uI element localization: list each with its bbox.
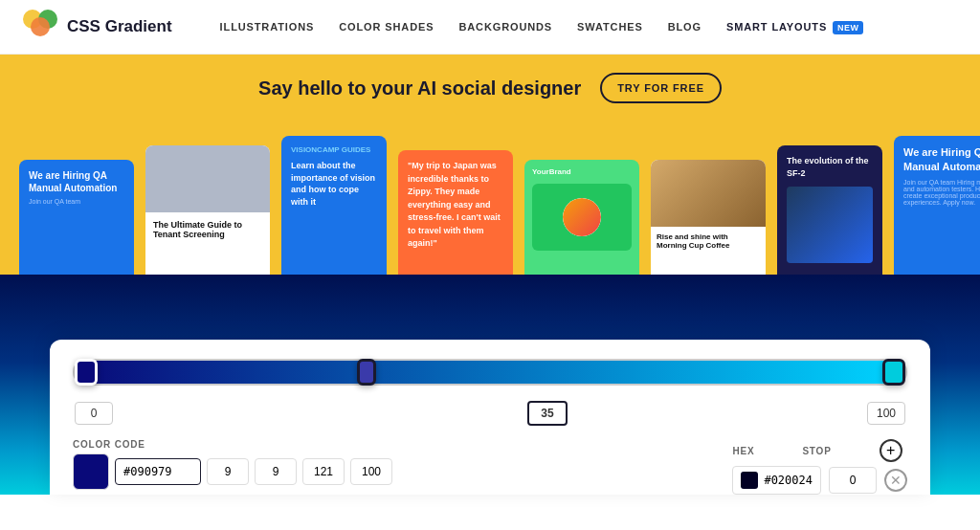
stop-input[interactable] [829, 467, 877, 494]
card-brand[interactable]: YourBrand [524, 160, 639, 275]
card-7-title: The evolution of the SF-2 [787, 155, 873, 179]
color-info-row: COLOR CODE HEX STOP + [73, 439, 907, 495]
card-4-title: "My trip to Japan was incredible thanks … [408, 160, 503, 251]
card-6-image [651, 160, 766, 227]
card-evolution[interactable]: The evolution of the SF-2 [777, 145, 882, 275]
add-stop-button[interactable]: + [880, 439, 902, 462]
color-code-inputs [73, 453, 392, 490]
main-nav: ILLUSTRATIONS COLOR SHADES BACKGROUNDS S… [211, 15, 874, 38]
card-hiring-2[interactable]: We are Hiring QA Manual Automation Join … [894, 136, 980, 275]
logo[interactable]: CSS Gradient [23, 10, 172, 44]
card-visioncamp[interactable]: VISIONCAMP GUIDES Learn about the import… [281, 136, 387, 275]
gradient-slider-track[interactable] [73, 359, 907, 386]
nav-blog[interactable]: BLOG [658, 15, 711, 38]
card-1-sub: Join our QA team [29, 198, 124, 205]
color-hex-input[interactable] [115, 458, 201, 485]
card-coffee[interactable]: Rise and shine with Morning Cup Coffee [651, 160, 766, 275]
hex-value-text: #020024 [764, 474, 813, 487]
delete-stop-button[interactable]: ✕ [884, 469, 907, 492]
card-6-title: Rise and shine with Morning Cup Coffee [657, 232, 760, 250]
stop-label: STOP [802, 446, 831, 456]
card-2-image [145, 145, 270, 212]
nav-swatches[interactable]: SWATCHES [568, 15, 653, 38]
color-swatch-preview[interactable] [73, 453, 109, 490]
header: CSS Gradient ILLUSTRATIONS COLOR SHADES … [0, 0, 980, 55]
card-8-title: We are Hiring QA Manual Automation [903, 145, 980, 175]
red-channel-input[interactable] [207, 458, 249, 485]
promo-banner: Say hello to your AI social designer TRY… [0, 55, 980, 121]
card-1-title: We are Hiring QA Manual Automation [29, 169, 124, 194]
card-3-title: Learn about the importance of vision and… [291, 160, 377, 208]
nav-color-shades[interactable]: COLOR SHADES [329, 15, 443, 38]
card-2-title: The Ultimate Guide to Tenant Screening [153, 220, 262, 239]
new-badge: NEW [833, 21, 863, 34]
card-8-sub: Join our QA team Hiring manual and autom… [903, 179, 980, 206]
nav-smart-layouts[interactable]: SMART LAYOUTS NEW [717, 15, 873, 38]
hex-value-container[interactable]: #020024 [732, 466, 821, 495]
slider-handle-left[interactable] [75, 359, 98, 386]
hex-color-dot [741, 472, 758, 489]
color-code-section: COLOR CODE [73, 439, 392, 495]
card-3-tag: VISIONCAMP GUIDES [291, 145, 377, 154]
try-for-free-button[interactable]: TRY FOR FREE [600, 73, 722, 103]
nav-illustrations[interactable]: ILLUSTRATIONS [211, 15, 324, 38]
bottom-panel: 0 35 100 COLOR CODE [50, 340, 930, 495]
position-end[interactable]: 100 [867, 402, 905, 425]
card-5-brand: YourBrand [532, 167, 632, 176]
nav-backgrounds[interactable]: BACKGROUNDS [449, 15, 562, 38]
logo-icon [23, 10, 57, 44]
color-code-label: COLOR CODE [73, 439, 392, 450]
logo-circle-orange [31, 17, 50, 36]
hex-stop-section: HEX STOP + #020024 ✕ [732, 439, 907, 495]
blue-channel-input[interactable] [302, 458, 345, 485]
cards-area: We are Hiring QA Manual Automation Join … [0, 121, 980, 275]
gradient-section: 0 35 100 COLOR CODE [0, 275, 980, 495]
gradient-slider-row [73, 359, 907, 386]
position-start[interactable]: 0 [75, 402, 113, 425]
logo-text: CSS Gradient [67, 17, 172, 36]
slider-handle-mid[interactable] [357, 359, 376, 386]
card-hiring-1[interactable]: We are Hiring QA Manual Automation Join … [19, 160, 134, 275]
alpha-channel-input[interactable] [350, 458, 392, 485]
green-channel-input[interactable] [255, 458, 297, 485]
banner-text: Say hello to your AI social designer [258, 77, 581, 99]
position-mid[interactable]: 35 [527, 401, 567, 426]
card-quote[interactable]: "My trip to Japan was incredible thanks … [398, 150, 513, 275]
card-guide[interactable]: The Ultimate Guide to Tenant Screening [145, 145, 270, 275]
hex-label: HEX [732, 446, 754, 456]
slider-handle-right[interactable] [882, 359, 905, 386]
